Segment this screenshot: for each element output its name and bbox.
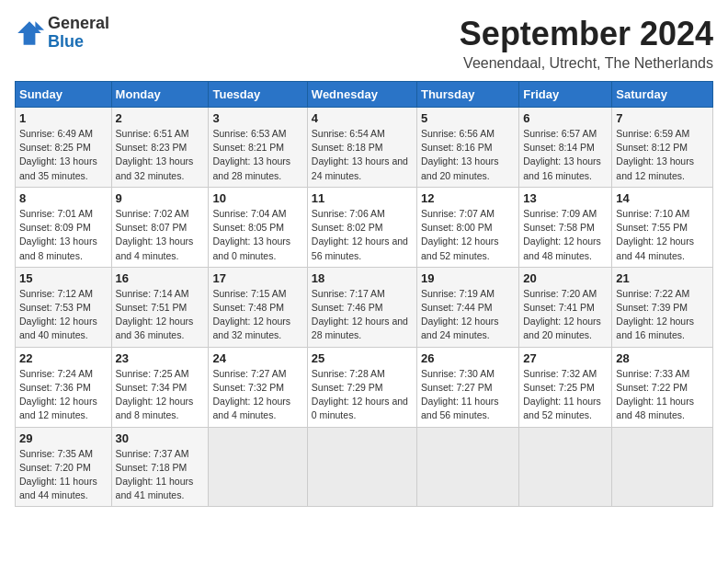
day-number: 11 (312, 191, 413, 205)
calendar-cell (416, 427, 518, 507)
calendar-cell: 5Sunrise: 6:56 AMSunset: 8:16 PMDaylight… (416, 108, 518, 188)
day-info: Sunrise: 7:35 AMSunset: 7:20 PMDaylight:… (19, 447, 108, 503)
calendar-cell: 14Sunrise: 7:10 AMSunset: 7:55 PMDayligh… (612, 187, 713, 267)
day-number: 12 (421, 191, 515, 205)
day-info: Sunrise: 7:20 AMSunset: 7:41 PMDaylight:… (523, 287, 608, 343)
header: General Blue September 2024 Veenendaal, … (15, 15, 713, 72)
day-number: 8 (19, 191, 108, 205)
calendar-cell: 12Sunrise: 7:07 AMSunset: 8:00 PMDayligh… (416, 187, 518, 267)
day-number: 15 (19, 271, 108, 285)
calendar-cell (209, 427, 307, 507)
day-number: 22 (19, 351, 108, 365)
calendar-table: SundayMondayTuesdayWednesdayThursdayFrid… (15, 81, 713, 507)
day-info: Sunrise: 7:19 AMSunset: 7:44 PMDaylight:… (421, 287, 515, 343)
day-number: 20 (523, 271, 608, 285)
day-info: Sunrise: 7:10 AMSunset: 7:55 PMDaylight:… (616, 207, 709, 263)
day-info: Sunrise: 6:51 AMSunset: 8:23 PMDaylight:… (116, 127, 205, 183)
day-number: 13 (523, 191, 608, 205)
calendar-cell: 3Sunrise: 6:53 AMSunset: 8:21 PMDaylight… (209, 108, 307, 188)
logo-general: General (48, 14, 109, 32)
calendar-cell: 2Sunrise: 6:51 AMSunset: 8:23 PMDaylight… (111, 108, 209, 188)
day-info: Sunrise: 7:06 AMSunset: 8:02 PMDaylight:… (312, 207, 413, 263)
day-number: 14 (616, 191, 709, 205)
calendar-cell: 26Sunrise: 7:30 AMSunset: 7:27 PMDayligh… (416, 347, 518, 427)
week-row-5: 29Sunrise: 7:35 AMSunset: 7:20 PMDayligh… (16, 427, 713, 507)
day-info: Sunrise: 7:32 AMSunset: 7:25 PMDaylight:… (523, 367, 608, 423)
day-info: Sunrise: 6:54 AMSunset: 8:18 PMDaylight:… (312, 127, 413, 183)
day-info: Sunrise: 6:56 AMSunset: 8:16 PMDaylight:… (421, 127, 515, 183)
day-number: 21 (616, 271, 709, 285)
logo-text: General Blue (48, 15, 109, 52)
day-header-tuesday: Tuesday (209, 82, 307, 108)
calendar-cell: 13Sunrise: 7:09 AMSunset: 7:58 PMDayligh… (519, 187, 612, 267)
day-number: 6 (523, 111, 608, 125)
calendar-cell: 9Sunrise: 7:02 AMSunset: 8:07 PMDaylight… (111, 187, 209, 267)
day-number: 23 (116, 351, 205, 365)
day-number: 25 (312, 351, 413, 365)
day-info: Sunrise: 7:04 AMSunset: 8:05 PMDaylight:… (212, 207, 302, 263)
week-row-1: 1Sunrise: 6:49 AMSunset: 8:25 PMDaylight… (16, 108, 713, 188)
calendar-cell: 28Sunrise: 7:33 AMSunset: 7:22 PMDayligh… (612, 347, 713, 427)
day-info: Sunrise: 7:14 AMSunset: 7:51 PMDaylight:… (116, 287, 205, 343)
calendar-cell: 29Sunrise: 7:35 AMSunset: 7:20 PMDayligh… (16, 427, 112, 507)
calendar-cell (612, 427, 713, 507)
day-info: Sunrise: 7:33 AMSunset: 7:22 PMDaylight:… (616, 367, 709, 423)
week-row-4: 22Sunrise: 7:24 AMSunset: 7:36 PMDayligh… (16, 347, 713, 427)
calendar-cell: 16Sunrise: 7:14 AMSunset: 7:51 PMDayligh… (111, 267, 209, 347)
day-info: Sunrise: 7:15 AMSunset: 7:48 PMDaylight:… (212, 287, 302, 343)
calendar-cell: 19Sunrise: 7:19 AMSunset: 7:44 PMDayligh… (416, 267, 518, 347)
day-header-friday: Friday (519, 82, 612, 108)
day-number: 29 (19, 431, 108, 445)
day-info: Sunrise: 7:07 AMSunset: 8:00 PMDaylight:… (421, 207, 515, 263)
calendar-header-row: SundayMondayTuesdayWednesdayThursdayFrid… (16, 82, 713, 108)
calendar-cell: 30Sunrise: 7:37 AMSunset: 7:18 PMDayligh… (111, 427, 209, 507)
logo-blue: Blue (48, 32, 84, 51)
svg-marker-1 (35, 21, 44, 30)
day-number: 17 (212, 271, 302, 285)
day-info: Sunrise: 7:24 AMSunset: 7:36 PMDaylight:… (19, 367, 108, 423)
day-number: 1 (19, 111, 108, 125)
day-number: 16 (116, 271, 205, 285)
calendar-cell: 25Sunrise: 7:28 AMSunset: 7:29 PMDayligh… (307, 347, 416, 427)
calendar-cell: 22Sunrise: 7:24 AMSunset: 7:36 PMDayligh… (16, 347, 112, 427)
calendar-cell (307, 427, 416, 507)
calendar-cell (519, 427, 612, 507)
calendar-cell: 8Sunrise: 7:01 AMSunset: 8:09 PMDaylight… (16, 187, 112, 267)
calendar-cell: 4Sunrise: 6:54 AMSunset: 8:18 PMDaylight… (307, 108, 416, 188)
calendar-cell: 18Sunrise: 7:17 AMSunset: 7:46 PMDayligh… (307, 267, 416, 347)
day-number: 30 (116, 431, 205, 445)
day-info: Sunrise: 7:37 AMSunset: 7:18 PMDaylight:… (116, 447, 205, 503)
calendar-cell: 27Sunrise: 7:32 AMSunset: 7:25 PMDayligh… (519, 347, 612, 427)
day-number: 7 (616, 111, 709, 125)
week-row-3: 15Sunrise: 7:12 AMSunset: 7:53 PMDayligh… (16, 267, 713, 347)
calendar-cell: 17Sunrise: 7:15 AMSunset: 7:48 PMDayligh… (209, 267, 307, 347)
title-area: September 2024 Veenendaal, Utrecht, The … (460, 15, 713, 72)
calendar-body: 1Sunrise: 6:49 AMSunset: 8:25 PMDaylight… (16, 108, 713, 507)
calendar-cell: 7Sunrise: 6:59 AMSunset: 8:12 PMDaylight… (612, 108, 713, 188)
calendar-cell: 6Sunrise: 6:57 AMSunset: 8:14 PMDaylight… (519, 108, 612, 188)
calendar-cell: 23Sunrise: 7:25 AMSunset: 7:34 PMDayligh… (111, 347, 209, 427)
day-number: 24 (212, 351, 302, 365)
logo: General Blue (15, 15, 109, 52)
calendar-cell: 10Sunrise: 7:04 AMSunset: 8:05 PMDayligh… (209, 187, 307, 267)
day-info: Sunrise: 7:09 AMSunset: 7:58 PMDaylight:… (523, 207, 608, 263)
calendar-cell: 21Sunrise: 7:22 AMSunset: 7:39 PMDayligh… (612, 267, 713, 347)
logo-icon (15, 18, 44, 48)
day-info: Sunrise: 6:59 AMSunset: 8:12 PMDaylight:… (616, 127, 709, 183)
day-number: 5 (421, 111, 515, 125)
day-number: 4 (312, 111, 413, 125)
day-number: 9 (116, 191, 205, 205)
day-info: Sunrise: 7:17 AMSunset: 7:46 PMDaylight:… (312, 287, 413, 343)
day-number: 3 (212, 111, 302, 125)
day-info: Sunrise: 6:57 AMSunset: 8:14 PMDaylight:… (523, 127, 608, 183)
calendar-cell: 20Sunrise: 7:20 AMSunset: 7:41 PMDayligh… (519, 267, 612, 347)
day-header-saturday: Saturday (612, 82, 713, 108)
day-info: Sunrise: 7:22 AMSunset: 7:39 PMDaylight:… (616, 287, 709, 343)
day-number: 28 (616, 351, 709, 365)
day-info: Sunrise: 7:25 AMSunset: 7:34 PMDaylight:… (116, 367, 205, 423)
day-number: 2 (116, 111, 205, 125)
day-number: 18 (312, 271, 413, 285)
day-header-wednesday: Wednesday (307, 82, 416, 108)
day-number: 10 (212, 191, 302, 205)
location: Veenendaal, Utrecht, The Netherlands (460, 55, 713, 72)
